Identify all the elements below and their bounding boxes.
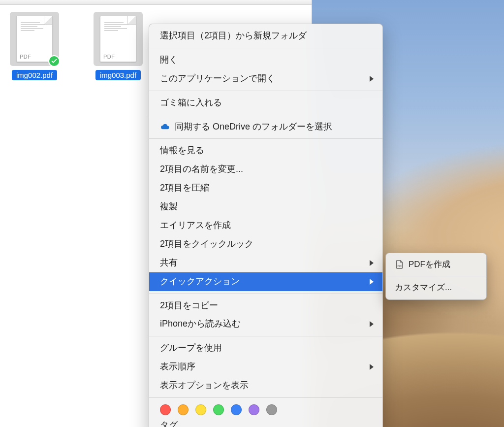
menu-label: グループを使用 (160, 341, 222, 355)
menu-show-view-options[interactable]: 表示オプションを表示 (149, 376, 382, 395)
menu-sort-by[interactable]: 表示順序 (149, 358, 382, 376)
menu-label: 表示順序 (160, 360, 195, 374)
file-icon[interactable]: PDF (10, 12, 59, 66)
menu-label: 同期する OneDrive のフォルダーを選択 (175, 120, 332, 134)
file-name[interactable]: img002.pdf (12, 70, 57, 80)
menu-label: ゴミ箱に入れる (160, 96, 222, 110)
menu-label: タグ... (160, 419, 185, 427)
sync-ok-icon (48, 55, 60, 67)
menu-separator (149, 294, 382, 294)
menu-label: 開く (160, 53, 178, 67)
finder-toolbar (0, 0, 312, 5)
file-item[interactable]: PDF img003.pdf (89, 12, 148, 80)
quick-actions-submenu: PDF PDFを作成 カスタマイズ... (385, 253, 487, 300)
menu-label: カスタマイズ... (395, 281, 452, 294)
submenu-create-pdf[interactable]: PDF PDFを作成 (386, 256, 486, 273)
menu-label: このアプリケーションで開く (160, 72, 275, 86)
submenu-customize[interactable]: カスタマイズ... (386, 279, 486, 296)
menu-open[interactable]: 開く (149, 51, 382, 69)
menu-tags[interactable]: タグ... (149, 416, 382, 427)
file-name[interactable]: img003.pdf (95, 70, 141, 80)
menu-make-alias[interactable]: エイリアスを作成 (149, 216, 382, 235)
tag-red[interactable] (160, 404, 171, 415)
menu-import-from-iphone[interactable]: iPhoneから読み込む (149, 315, 382, 333)
menu-separator (149, 91, 382, 91)
menu-copy-items[interactable]: 2項目をコピー (149, 296, 382, 315)
tag-color-row (149, 400, 382, 416)
file-item[interactable]: PDF img002.pdf (5, 12, 64, 80)
menu-label: 選択項目（2項目）から新規フォルダ (160, 29, 307, 43)
menu-onedrive-choose-folder[interactable]: 同期する OneDrive のフォルダーを選択 (149, 118, 382, 136)
tag-purple[interactable] (249, 404, 259, 415)
tag-green[interactable] (213, 404, 224, 415)
menu-get-info[interactable]: 情報を見る (149, 141, 382, 160)
menu-open-with[interactable]: このアプリケーションで開く (149, 69, 382, 88)
menu-separator (149, 115, 382, 115)
menu-duplicate[interactable]: 複製 (149, 197, 382, 216)
file-type-badge: PDF (103, 54, 115, 60)
onedrive-cloud-icon (160, 122, 170, 132)
menu-separator (149, 48, 382, 48)
menu-quick-actions[interactable]: クイックアクション (149, 272, 382, 291)
menu-use-groups[interactable]: グループを使用 (149, 339, 382, 358)
menu-label: PDFを作成 (409, 258, 450, 271)
context-menu: 選択項目（2項目）から新規フォルダ 開く このアプリケーションで開く ゴミ箱に入… (149, 24, 383, 427)
menu-separator (386, 276, 486, 276)
tag-orange[interactable] (178, 404, 189, 415)
menu-label: 2項目をコピー (160, 299, 218, 313)
svg-text:PDF: PDF (398, 265, 402, 267)
tag-yellow[interactable] (195, 404, 206, 415)
file-type-badge: PDF (20, 54, 32, 60)
file-icon[interactable]: PDF (94, 12, 143, 66)
menu-move-to-trash[interactable]: ゴミ箱に入れる (149, 94, 382, 112)
menu-rename-items[interactable]: 2項目の名前を変更... (149, 160, 382, 179)
menu-label: 共有 (160, 256, 178, 270)
menu-share[interactable]: 共有 (149, 254, 382, 272)
menu-new-folder-from-selection[interactable]: 選択項目（2項目）から新規フォルダ (149, 27, 382, 45)
menu-label: 2項目の名前を変更... (160, 163, 243, 176)
menu-label: iPhoneから読み込む (160, 317, 241, 331)
menu-label: 2項目を圧縮 (160, 181, 209, 195)
menu-label: エイリアスを作成 (160, 219, 231, 232)
menu-separator (149, 397, 382, 398)
menu-label: 2項目をクイックルック (160, 237, 253, 251)
menu-label: 情報を見る (160, 144, 204, 158)
pdf-icon: PDF (395, 260, 405, 269)
menu-quick-look[interactable]: 2項目をクイックルック (149, 235, 382, 254)
menu-label: 表示オプションを表示 (160, 379, 249, 393)
menu-compress-items[interactable]: 2項目を圧縮 (149, 179, 382, 197)
menu-separator (149, 138, 382, 139)
menu-label: 複製 (160, 200, 178, 214)
tag-blue[interactable] (231, 404, 242, 415)
tag-gray[interactable] (266, 404, 277, 415)
menu-separator (149, 336, 382, 336)
menu-label: クイックアクション (160, 275, 240, 289)
